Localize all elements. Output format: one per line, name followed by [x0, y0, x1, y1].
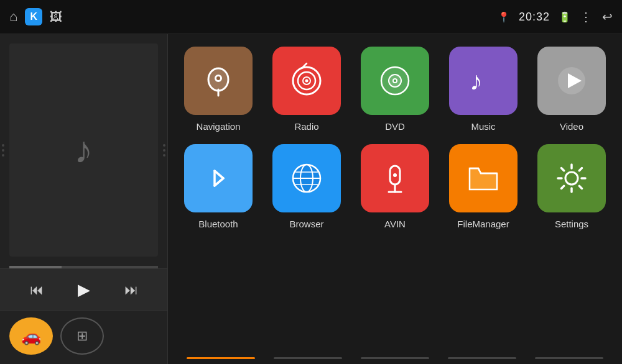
left-panel: ♪ ⏮ ▶ ⏭ 🚗 ⊞ — [0, 34, 168, 364]
browser-label: Browser — [289, 219, 323, 229]
status-bar-left: ⌂ K 🖼 — [9, 8, 498, 25]
page-dot-1[interactable] — [187, 357, 255, 359]
svg-point-22 — [393, 173, 397, 177]
grid-icon: ⊞ — [77, 328, 88, 344]
app-filemanager[interactable]: FileManager — [446, 144, 521, 229]
music-note-icon: ♪ — [75, 129, 93, 171]
svg-text:♪: ♪ — [470, 66, 483, 96]
app-grid-panel: Navigation Radio — [168, 34, 622, 364]
radio-icon-bg — [272, 47, 341, 115]
clock-display: 20:32 — [519, 11, 550, 24]
svg-point-10 — [394, 80, 396, 82]
settings-icon-bg — [537, 144, 606, 212]
battery-icon: 🔋 — [559, 11, 571, 23]
svg-point-2 — [216, 76, 220, 80]
page-dot-4[interactable] — [448, 357, 516, 359]
app-row-2: Bluetooth Browser — [177, 144, 613, 229]
avin-label: AVIN — [384, 219, 406, 229]
app-row-1: Navigation Radio — [177, 47, 613, 132]
settings-label: Settings — [555, 219, 588, 229]
app-rows: Navigation Radio — [177, 47, 613, 350]
radio-label: Radio — [294, 121, 318, 132]
play-button[interactable]: ▶ — [73, 278, 95, 302]
app-dvd[interactable]: DVD — [358, 47, 432, 132]
video-label: Video — [560, 121, 583, 132]
back-button[interactable]: ↩ — [602, 9, 613, 24]
location-icon: 📍 — [498, 11, 510, 23]
speaker-left — [2, 144, 4, 157]
car-mode-button[interactable]: 🚗 — [9, 317, 53, 355]
gallery-icon[interactable]: 🖼 — [50, 10, 62, 24]
music-icon-bg: ♪ — [449, 47, 518, 115]
svg-point-6 — [305, 80, 309, 83]
car-icon: 🚗 — [21, 327, 41, 346]
bottom-icons: 🚗 ⊞ — [0, 311, 167, 364]
prev-button[interactable]: ⏮ — [25, 280, 49, 301]
bluetooth-icon-bg — [184, 144, 253, 212]
bluetooth-label: Bluetooth — [198, 219, 238, 229]
home-icon[interactable]: ⌂ — [9, 9, 17, 25]
page-indicators — [177, 350, 613, 364]
dvd-label: DVD — [385, 121, 405, 132]
playback-controls: ⏮ ▶ ⏭ — [0, 268, 167, 311]
navigation-label: Navigation — [197, 121, 241, 132]
page-dot-3[interactable] — [361, 357, 429, 359]
k-app-icon[interactable]: K — [25, 8, 42, 25]
main-layout: ♪ ⏮ ▶ ⏭ 🚗 ⊞ — [0, 34, 622, 364]
app-radio[interactable]: Radio — [269, 47, 344, 132]
app-browser[interactable]: Browser — [269, 144, 344, 229]
speaker-right — [163, 144, 165, 157]
browser-icon-bg — [272, 144, 341, 212]
app-settings[interactable]: Settings — [534, 144, 609, 229]
album-art: ♪ — [9, 43, 158, 257]
overflow-menu-button[interactable]: ⋮ — [580, 9, 593, 24]
page-dot-2[interactable] — [274, 357, 342, 359]
app-navigation[interactable]: Navigation — [181, 47, 256, 132]
app-video[interactable]: Video — [534, 47, 609, 132]
page-dot-5[interactable] — [535, 357, 603, 359]
svg-point-23 — [565, 172, 578, 184]
navigation-icon — [184, 47, 253, 115]
dvd-icon-bg — [361, 47, 429, 115]
app-avin[interactable]: AVIN — [358, 144, 432, 229]
filemanager-icon-bg — [449, 144, 518, 212]
avin-icon-bg — [361, 144, 429, 212]
app-bluetooth[interactable]: Bluetooth — [181, 144, 256, 229]
status-bar: ⌂ K 🖼 📍 20:32 🔋 ⋮ ↩ — [0, 0, 622, 34]
video-icon-bg — [537, 47, 606, 115]
status-bar-right: 📍 20:32 🔋 ⋮ ↩ — [498, 9, 613, 24]
next-button[interactable]: ⏭ — [119, 280, 143, 301]
apps-grid-button[interactable]: ⊞ — [60, 317, 104, 355]
app-music[interactable]: ♪ Music — [446, 47, 521, 132]
music-label: Music — [471, 121, 495, 132]
filemanager-label: FileManager — [457, 219, 509, 229]
